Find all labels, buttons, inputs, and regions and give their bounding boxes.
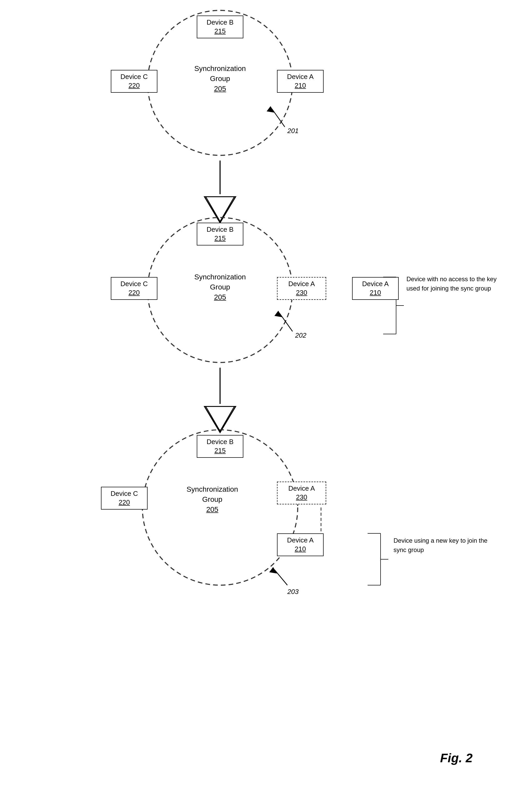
sync-group-line2-s2: Group	[210, 283, 230, 291]
svg-marker-17	[269, 567, 277, 573]
device-b-label-s2: Device B	[207, 226, 233, 233]
ref-201: 201	[287, 127, 299, 135]
device-a-210-label-s2: Device A	[362, 280, 389, 288]
annotation-s2: Device with no access to the key used fo…	[406, 274, 500, 293]
device-c-number-s1: 220	[114, 81, 154, 90]
device-c-number-s3: 220	[104, 498, 144, 507]
device-b-label-s3: Device B	[207, 438, 233, 445]
annotation-s3: Device using a new key to join the sync …	[394, 536, 492, 555]
device-b-number-s3: 215	[201, 446, 240, 455]
device-a-230-label-s2: Device A	[288, 280, 315, 288]
device-b-number-s1: 215	[201, 27, 240, 36]
sync-group-line1-s3: Synchronization	[186, 485, 238, 493]
device-b-label-s1: Device B	[207, 18, 233, 26]
svg-line-16	[274, 570, 287, 585]
device-a-number-s1: 210	[281, 81, 320, 90]
sync-group-s2: Synchronization Group 205	[186, 272, 254, 302]
sync-group-line1-s2: Synchronization	[194, 273, 246, 281]
device-a-230-number-s3: 230	[281, 493, 323, 502]
svg-marker-13	[267, 106, 274, 113]
device-b-215-s3: Device B 215	[197, 435, 243, 458]
sync-group-line1-s1: Synchronization	[194, 64, 246, 73]
annotation-s2-text: Device with no access to the key used fo…	[406, 276, 496, 292]
device-c-label-s1: Device C	[120, 73, 148, 80]
annotation-s3-text: Device using a new key to join the sync …	[394, 537, 488, 553]
svg-marker-3	[206, 197, 234, 221]
diagram-container: Device B 215 Device C 220 Device A 210 S…	[0, 0, 532, 798]
device-a-210-s2: Device A 210	[352, 277, 399, 300]
svg-marker-2	[205, 197, 235, 223]
svg-line-12	[272, 109, 285, 127]
fig-label: Fig. 2	[440, 751, 473, 765]
sync-group-line2-s3: Group	[202, 495, 222, 504]
device-a-210-s1: Device A 210	[277, 70, 324, 93]
sync-group-number-s3: 205	[206, 506, 218, 513]
device-a-210-s3: Device A 210	[277, 533, 324, 556]
svg-marker-15	[274, 311, 282, 317]
ref-202: 202	[295, 331, 306, 339]
sync-group-number-s2: 205	[214, 293, 226, 301]
device-a-210-number-s3: 210	[281, 545, 320, 554]
device-b-215-s1: Device B 215	[197, 16, 243, 38]
device-b-number-s2: 215	[201, 234, 240, 243]
device-a-230-label-s3: Device A	[288, 484, 315, 492]
device-c-220-s2: Device C 220	[111, 277, 157, 300]
sync-group-s3: Synchronization Group 205	[176, 484, 248, 515]
svg-line-14	[280, 313, 292, 331]
device-a-230-s3: Device A 230	[277, 481, 326, 505]
device-b-215-s2: Device B 215	[197, 223, 243, 245]
ref-203: 203	[287, 588, 299, 596]
device-a-label-s1: Device A	[287, 73, 314, 80]
sync-group-s1: Synchronization Group 205	[186, 63, 254, 94]
device-a-230-number-s2: 230	[281, 288, 323, 297]
device-c-label-s2: Device C	[120, 280, 148, 288]
svg-marker-8	[206, 406, 234, 431]
device-c-220-s1: Device C 220	[111, 70, 157, 93]
device-c-number-s2: 220	[114, 288, 154, 297]
device-a-210-number-s2: 210	[356, 288, 395, 297]
device-a-210-label-s3: Device A	[287, 536, 314, 544]
device-a-230-s2: Device A 230	[277, 277, 326, 300]
sync-group-number-s1: 205	[214, 85, 226, 93]
device-c-220-s3: Device C 220	[101, 487, 148, 510]
device-c-label-s3: Device C	[111, 490, 138, 497]
sync-group-line2-s1: Group	[210, 75, 230, 82]
svg-marker-7	[205, 406, 235, 432]
